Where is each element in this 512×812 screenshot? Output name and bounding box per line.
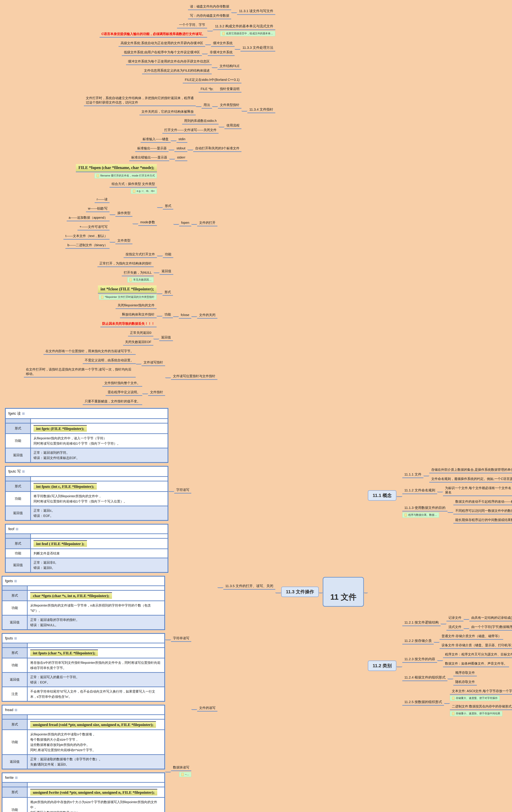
map-node-label[interactable]: 由具有一定结构的记录组成(定长和不定长) (469, 615, 512, 621)
map-node-label[interactable]: 低级文件系统:由用户在程序中为每个文件设定缓冲区 (122, 50, 202, 56)
map-node-label[interactable]: 标准出错输出------显示器 (129, 155, 169, 161)
map-node-label[interactable]: 缓冲文件系统为每个正使用的文件在内存开辟文件信息区 (126, 59, 212, 65)
map-node-label[interactable]: 记录文件 (447, 615, 463, 621)
map-node-label[interactable]: 设备文件:非存储介质（键盘、显示器、打印机等） (440, 643, 512, 649)
map-node-label[interactable]: stdin (177, 137, 187, 143)
map-node-label[interactable]: 为标识一个文件,每个文件都必须有一个文件名，其一般结构为:主文件名.扩展名 (443, 486, 512, 496)
map-node-label[interactable]: 文件打开时，系统自动建立文件结构体，并把指向它的指针返回来，程序通过这个指针获得… (84, 95, 196, 106)
map-node-label[interactable]: stderr (175, 155, 187, 161)
map-node-label[interactable]: 数据文件：如各种图像文件、声音文件等。 (443, 661, 509, 667)
map-node-label[interactable]: 普通文件:存储介质文件（磁盘、磁带等） (440, 634, 503, 640)
map-node-label[interactable]: 高级文件系统:系统自动为正在使用的文件开辟内存缓冲区 (119, 40, 205, 47)
map-node-label[interactable]: 功能 (162, 312, 173, 318)
map-node-label[interactable]: 能长期保存程序运行的中间数据或结果数据。 (453, 517, 512, 524)
map-node-label[interactable]: 操作类型 (115, 210, 132, 217)
map-node-label[interactable]: FILE *fp; 指针变量说明 (199, 86, 241, 93)
map-node-label[interactable]: mode参数 (138, 220, 157, 226)
topic-11-3-1-label[interactable]: 11.3.1 读文件与写文件 (237, 8, 275, 15)
topic-11-2-3-label[interactable]: 11.2.3 按文件的内容 (402, 657, 437, 663)
map-node-label[interactable]: 文件指针指向整个文件。 (102, 380, 142, 387)
map-node-label[interactable]: 返回值 (159, 269, 173, 275)
map-node-label[interactable]: 读：磁盘文件向内存传数据 (188, 4, 231, 10)
map-node-label[interactable]: 形式 (163, 203, 173, 209)
map-node-label[interactable]: 按指定方式打开文件 (124, 252, 157, 258)
topic-11-2-2-label[interactable]: 11.2.2 按存储介质 (402, 638, 434, 644)
note[interactable]: 存储量大、速度慢、便于对字符操作 (450, 696, 500, 701)
map-node-label[interactable]: 标准输出------显示器 (135, 146, 169, 152)
map-node-label[interactable]: 数据文件的改动不引起程序的改动——程序与数据分离。 (453, 499, 512, 505)
map-node-label[interactable]: 文件信息用系统定义的名为FILE的结构体描述 (142, 68, 212, 74)
topic-11-1-3-label[interactable]: 11.1.3 使用数据文件的目的 (402, 505, 447, 512)
map-node-label[interactable]: 文件的打开 (197, 220, 217, 226)
topic-11-3-2-label[interactable]: 11.3.2 构成文件的基本单元与流式文件 (213, 24, 275, 30)
note[interactable]: 程序与数据分离、数据… (402, 512, 439, 518)
map-node-label[interactable]: 文件类型指针 (218, 103, 241, 109)
func-table-fgetc[interactable]: fgetc 读⊞形式int fgetc (FILE *filepointer);… (5, 408, 169, 463)
note[interactable]: 常见失败原因… (127, 277, 154, 283)
map-node-label[interactable]: 在文件打开时，该指针总是指向文件的第一个字节,读写一次，指针均向后移动。 (24, 367, 136, 378)
note[interactable]: –… (179, 772, 191, 777)
map-node-label[interactable]: 用法 (202, 103, 212, 109)
func-table-fgets[interactable]: fgets⊞形式char *fgets (char *s, int n, FIL… (2, 576, 165, 630)
topic-11-1-1-label[interactable]: 11.1.1 文件 (402, 472, 423, 478)
map-node-label[interactable]: 打开失败，为NULL (122, 270, 154, 276)
map-node-label[interactable]: 用到的库函数在stdio.h (182, 118, 218, 124)
map-node-label[interactable]: 不需定义说明，由系统自动设置。 (83, 358, 136, 364)
note[interactable]: filename 要打开的文件名，mode 打开文件方式 (94, 173, 157, 178)
topic-11-2-5-label[interactable]: 11.2.5 按数据的组织形式 (402, 699, 444, 706)
map-node-label[interactable]: 字符串读写 (171, 636, 191, 642)
map-node-label[interactable]: fclose (179, 313, 191, 319)
map-node-label[interactable]: 文件读写位置指针与文件指针 (171, 374, 217, 380)
map-node-label[interactable]: 文件的读写 (197, 705, 217, 712)
map-node-label[interactable]: 字符读写 (174, 487, 191, 494)
topic-11-3-5-label[interactable]: 11.3.5 文件的打开、读写、关闭 (223, 583, 275, 590)
map-node-label[interactable]: w——创建/写 (86, 206, 110, 212)
map-node-label[interactable]: 自动打开和关闭的3个标准文件 (193, 146, 241, 152)
map-node-label[interactable]: r——读 (95, 197, 110, 203)
map-node-label[interactable]: 文本文件: ASCII文件,每个字节存放一个字符的ASCII码 (450, 689, 512, 695)
map-node-label[interactable]: 文件关闭后，它的文件结构体被释放 (140, 109, 196, 115)
map-node-label[interactable]: 数据块读写 (171, 765, 191, 771)
topic-11-3-3-label[interactable]: 11.3.3 文件处理方法 (240, 45, 275, 51)
map-node-label[interactable]: fopen (179, 220, 191, 226)
map-node-label[interactable]: 缓冲文件系统 (211, 40, 235, 47)
map-node-label[interactable]: 正常打开，为指向文件结构体的指针 (97, 261, 154, 267)
map-node-label[interactable]: a——追加数据（append） (67, 215, 110, 221)
map-node-label[interactable]: FILE定义在stdio.h中(Borland C++3.1) (183, 77, 241, 83)
map-node-label[interactable]: 二进制文件:数据按其在内存中的存储形式原样存放 (450, 704, 512, 710)
map-node-label[interactable]: 文件类型 (115, 238, 132, 244)
map-node-label[interactable]: 文件的关闭 (197, 313, 217, 319)
branch-11-2-label[interactable]: 11.2 类别 (368, 661, 396, 671)
map-node-label[interactable]: 关闭失败返回EOF (123, 340, 153, 346)
func-table-feof[interactable]: feof⊞形式int feof ( FILE *filepointer );功能… (5, 524, 169, 573)
map-node-label[interactable]: C语言本身没提供输入输出的功能，必须调用标准库函数进行文件读写。 (99, 31, 207, 38)
map-node-label[interactable]: 流式文件 (447, 625, 463, 631)
map-node-label[interactable]: 文件命名规则，遵循操作系统的约定。例如,一个C语言源程序名为:prg.c (429, 476, 512, 483)
note[interactable]: *filepointer 文件打开时返回的文件类型指针 (99, 294, 157, 300)
map-node-label[interactable]: +——文件可读可写 (78, 224, 110, 230)
map-node-label[interactable]: 使用流程 (224, 123, 241, 129)
map-node-label[interactable]: 关闭filepointer指向的文件 (116, 303, 157, 309)
map-node-label[interactable]: 防止因未关闭导致的数据丢失！！！ (100, 321, 157, 327)
map-node-label[interactable]: 存储在外部介质上数据的集合,是操作系统数据管理的单位。 (429, 467, 512, 473)
map-node-label[interactable]: 顺序存取文件 (453, 670, 477, 676)
note[interactable]: 存储量小、速度快、便于存放中间结果 (450, 711, 502, 716)
map-node-label[interactable]: 写：内存向磁盘文件传数据 (188, 13, 231, 19)
func-table-fputc[interactable]: fputc 写⊞形式int fputc (int c, FILE *filepo… (5, 466, 169, 521)
map-node-label[interactable]: 文件读写指针 (142, 360, 165, 366)
map-node-label[interactable]: 不同程序可以访问同一数据文件中的数据——数据共享。 (453, 508, 512, 515)
map-node-label[interactable]: 非缓冲文件系统 (208, 50, 235, 56)
map-node-label[interactable]: 组合方式：操作类型 文件类型 (110, 181, 157, 187)
map-node-label[interactable]: 标准输入------键盘 (141, 137, 171, 143)
map-node-label[interactable]: FILE *fopen (char *filename, char *mode)… (76, 164, 157, 172)
note[interactable]: e.g.: r、rb、rb+ (131, 188, 157, 194)
map-node-label[interactable]: b——二进制文件（binary） (65, 242, 110, 249)
func-table-fread[interactable]: fread⊞形式unsigned fread (void *ptr, unsig… (2, 705, 165, 770)
map-node-label[interactable]: 程序文件：程序文件又可分为源文件、目标文件和可执行文件 (443, 652, 512, 658)
map-node-label[interactable]: 正常关闭返回0 (128, 330, 153, 337)
func-table-fwrite[interactable]: fwrite⊞形式unsigned fwrite (void *ptr, uns… (2, 773, 165, 812)
map-node-label[interactable]: 只要不重新赋值，文件指针的值不变。 (83, 399, 142, 405)
topic-11-2-1-label[interactable]: 11.2.1 按文件逻辑结构 (402, 620, 441, 626)
map-node-label[interactable]: 随机存取文件 (453, 679, 477, 686)
map-node-label[interactable]: 打开文件——文件读写——关闭文件 (162, 127, 218, 134)
